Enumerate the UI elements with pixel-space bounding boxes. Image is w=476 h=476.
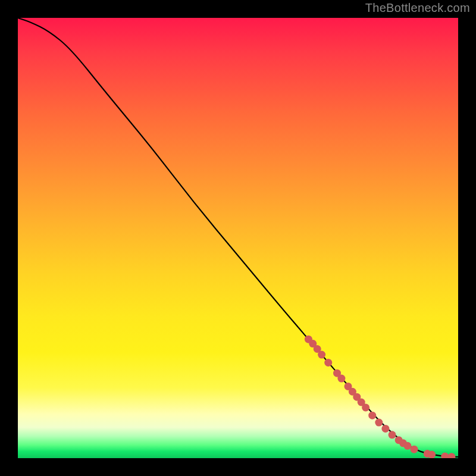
highlighted-point	[362, 403, 369, 411]
highlighted-point	[324, 359, 332, 367]
plot-area	[18, 18, 458, 458]
highlighted-point	[337, 375, 345, 383]
highlighted-point	[381, 425, 389, 433]
highlighted-point	[441, 453, 449, 458]
highlighted-point	[428, 451, 436, 458]
chart-overlay	[18, 18, 458, 458]
highlighted-point	[375, 419, 383, 427]
highlighted-point	[447, 453, 455, 458]
highlighted-point	[411, 446, 418, 453]
highlighted-point	[389, 431, 396, 439]
attribution-label: TheBottleneck.com	[365, 1, 470, 15]
highlighted-points-group	[305, 336, 456, 458]
bottleneck-curve	[18, 18, 458, 457]
highlighted-point	[403, 442, 411, 450]
chart-frame: TheBottleneck.com	[0, 0, 476, 476]
highlighted-point	[318, 351, 325, 359]
highlighted-point	[368, 412, 376, 419]
